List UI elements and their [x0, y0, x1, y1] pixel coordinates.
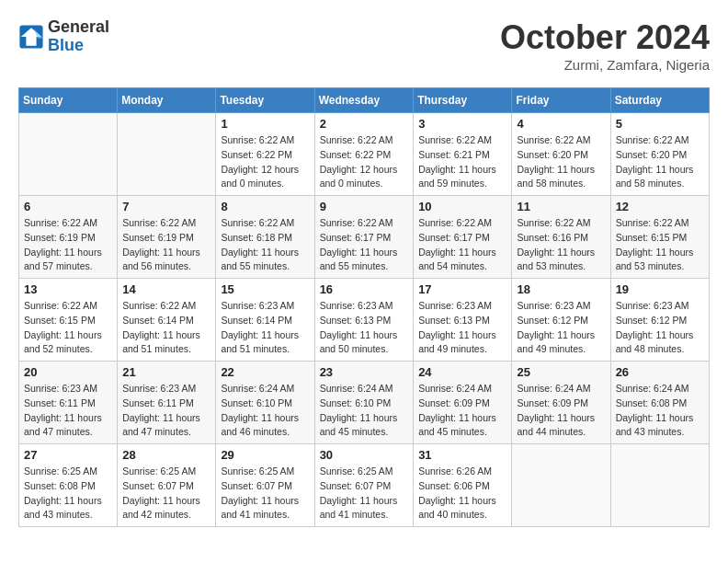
day-number: 17	[418, 282, 506, 296]
day-detail: Sunrise: 6:22 AM Sunset: 6:18 PM Dayligh…	[221, 216, 309, 274]
calendar-table: SundayMondayTuesdayWednesdayThursdayFrid…	[18, 87, 710, 527]
day-number: 2	[320, 117, 409, 131]
calendar-cell: 4Sunrise: 6:22 AM Sunset: 6:20 PM Daylig…	[512, 113, 610, 196]
calendar-header-friday: Friday	[512, 88, 610, 113]
calendar-cell: 1Sunrise: 6:22 AM Sunset: 6:22 PM Daylig…	[216, 113, 314, 196]
day-number: 29	[221, 448, 309, 462]
calendar-cell: 15Sunrise: 6:23 AM Sunset: 6:14 PM Dayli…	[216, 279, 314, 362]
day-detail: Sunrise: 6:23 AM Sunset: 6:11 PM Dayligh…	[122, 382, 210, 440]
day-number: 9	[320, 200, 409, 213]
day-detail: Sunrise: 6:23 AM Sunset: 6:12 PM Dayligh…	[517, 299, 605, 357]
day-number: 28	[122, 448, 210, 462]
calendar-cell: 25Sunrise: 6:24 AM Sunset: 6:09 PM Dayli…	[512, 362, 610, 444]
day-detail: Sunrise: 6:23 AM Sunset: 6:13 PM Dayligh…	[418, 299, 506, 357]
day-detail: Sunrise: 6:22 AM Sunset: 6:17 PM Dayligh…	[320, 216, 409, 274]
day-detail: Sunrise: 6:23 AM Sunset: 6:13 PM Dayligh…	[320, 299, 409, 357]
calendar-cell: 26Sunrise: 6:24 AM Sunset: 6:08 PM Dayli…	[610, 362, 709, 444]
day-detail: Sunrise: 6:25 AM Sunset: 6:08 PM Dayligh…	[24, 465, 112, 523]
day-number: 27	[24, 448, 112, 462]
calendar-cell: 28Sunrise: 6:25 AM Sunset: 6:07 PM Dayli…	[118, 444, 216, 527]
calendar-cell	[19, 113, 118, 196]
day-number: 22	[221, 365, 309, 379]
calendar-cell: 19Sunrise: 6:23 AM Sunset: 6:12 PM Dayli…	[610, 279, 709, 362]
calendar-cell: 27Sunrise: 6:25 AM Sunset: 6:08 PM Dayli…	[19, 444, 118, 527]
calendar-cell: 5Sunrise: 6:22 AM Sunset: 6:20 PM Daylig…	[610, 113, 709, 196]
day-number: 21	[122, 365, 210, 379]
day-number: 14	[122, 282, 210, 296]
day-number: 3	[418, 117, 506, 131]
day-detail: Sunrise: 6:25 AM Sunset: 6:07 PM Dayligh…	[320, 465, 409, 523]
day-detail: Sunrise: 6:24 AM Sunset: 6:10 PM Dayligh…	[221, 382, 309, 440]
day-detail: Sunrise: 6:22 AM Sunset: 6:21 PM Dayligh…	[418, 133, 506, 191]
calendar-cell: 30Sunrise: 6:25 AM Sunset: 6:07 PM Dayli…	[314, 444, 414, 527]
day-number: 23	[320, 365, 409, 379]
day-detail: Sunrise: 6:24 AM Sunset: 6:09 PM Dayligh…	[418, 382, 506, 440]
day-detail: Sunrise: 6:22 AM Sunset: 6:16 PM Dayligh…	[517, 216, 605, 274]
day-number: 6	[24, 200, 112, 213]
calendar-cell	[512, 444, 610, 527]
logo: General Blue	[18, 18, 109, 55]
title-block: October 2024 Zurmi, Zamfara, Nigeria	[500, 18, 710, 73]
page-header: General Blue October 2024 Zurmi, Zamfara…	[18, 18, 710, 73]
calendar-cell: 2Sunrise: 6:22 AM Sunset: 6:22 PM Daylig…	[314, 113, 414, 196]
calendar-header-saturday: Saturday	[610, 88, 709, 113]
day-number: 26	[616, 365, 704, 379]
page-subtitle: Zurmi, Zamfara, Nigeria	[500, 57, 710, 73]
calendar-cell: 13Sunrise: 6:22 AM Sunset: 6:15 PM Dayli…	[19, 279, 118, 362]
calendar-cell: 29Sunrise: 6:25 AM Sunset: 6:07 PM Dayli…	[216, 444, 314, 527]
day-detail: Sunrise: 6:22 AM Sunset: 6:15 PM Dayligh…	[616, 216, 704, 274]
day-number: 12	[616, 200, 704, 213]
calendar-cell: 21Sunrise: 6:23 AM Sunset: 6:11 PM Dayli…	[118, 362, 216, 444]
day-detail: Sunrise: 6:26 AM Sunset: 6:06 PM Dayligh…	[418, 465, 506, 523]
calendar-week-3: 13Sunrise: 6:22 AM Sunset: 6:15 PM Dayli…	[19, 279, 710, 362]
day-number: 31	[418, 448, 506, 462]
calendar-header-tuesday: Tuesday	[216, 88, 314, 113]
calendar-week-1: 1Sunrise: 6:22 AM Sunset: 6:22 PM Daylig…	[19, 113, 710, 196]
day-number: 20	[24, 365, 112, 379]
calendar-cell: 23Sunrise: 6:24 AM Sunset: 6:10 PM Dayli…	[314, 362, 414, 444]
day-detail: Sunrise: 6:25 AM Sunset: 6:07 PM Dayligh…	[122, 465, 210, 523]
day-detail: Sunrise: 6:25 AM Sunset: 6:07 PM Dayligh…	[221, 465, 309, 523]
day-number: 18	[517, 282, 605, 296]
day-detail: Sunrise: 6:24 AM Sunset: 6:09 PM Dayligh…	[517, 382, 605, 440]
day-number: 8	[221, 200, 309, 213]
day-detail: Sunrise: 6:22 AM Sunset: 6:15 PM Dayligh…	[24, 299, 112, 357]
day-detail: Sunrise: 6:22 AM Sunset: 6:20 PM Dayligh…	[616, 133, 704, 191]
calendar-header-row: SundayMondayTuesdayWednesdayThursdayFrid…	[19, 88, 710, 113]
calendar-cell: 17Sunrise: 6:23 AM Sunset: 6:13 PM Dayli…	[414, 279, 512, 362]
calendar-cell: 22Sunrise: 6:24 AM Sunset: 6:10 PM Dayli…	[216, 362, 314, 444]
calendar-header-sunday: Sunday	[19, 88, 118, 113]
day-detail: Sunrise: 6:22 AM Sunset: 6:17 PM Dayligh…	[418, 216, 506, 274]
day-number: 30	[320, 448, 409, 462]
calendar-cell: 16Sunrise: 6:23 AM Sunset: 6:13 PM Dayli…	[314, 279, 414, 362]
calendar-cell: 8Sunrise: 6:22 AM Sunset: 6:18 PM Daylig…	[216, 196, 314, 279]
calendar-cell: 18Sunrise: 6:23 AM Sunset: 6:12 PM Dayli…	[512, 279, 610, 362]
day-number: 5	[616, 117, 704, 131]
day-number: 25	[517, 365, 605, 379]
day-detail: Sunrise: 6:22 AM Sunset: 6:20 PM Dayligh…	[517, 133, 605, 191]
calendar-cell	[118, 113, 216, 196]
day-detail: Sunrise: 6:24 AM Sunset: 6:10 PM Dayligh…	[320, 382, 409, 440]
calendar-header-thursday: Thursday	[414, 88, 512, 113]
calendar-week-5: 27Sunrise: 6:25 AM Sunset: 6:08 PM Dayli…	[19, 444, 710, 527]
calendar-week-4: 20Sunrise: 6:23 AM Sunset: 6:11 PM Dayli…	[19, 362, 710, 444]
day-detail: Sunrise: 6:22 AM Sunset: 6:22 PM Dayligh…	[320, 133, 409, 191]
day-number: 16	[320, 282, 409, 296]
day-number: 4	[517, 117, 605, 131]
day-number: 24	[418, 365, 506, 379]
calendar-cell: 14Sunrise: 6:22 AM Sunset: 6:14 PM Dayli…	[118, 279, 216, 362]
calendar-week-2: 6Sunrise: 6:22 AM Sunset: 6:19 PM Daylig…	[19, 196, 710, 279]
day-number: 13	[24, 282, 112, 296]
day-detail: Sunrise: 6:22 AM Sunset: 6:19 PM Dayligh…	[24, 216, 112, 274]
day-number: 10	[418, 200, 506, 213]
calendar-cell: 11Sunrise: 6:22 AM Sunset: 6:16 PM Dayli…	[512, 196, 610, 279]
day-detail: Sunrise: 6:24 AM Sunset: 6:08 PM Dayligh…	[616, 382, 704, 440]
calendar-cell: 9Sunrise: 6:22 AM Sunset: 6:17 PM Daylig…	[314, 196, 414, 279]
page-title: October 2024	[500, 18, 710, 57]
logo-text: General Blue	[48, 18, 109, 55]
calendar-cell: 6Sunrise: 6:22 AM Sunset: 6:19 PM Daylig…	[19, 196, 118, 279]
day-number: 11	[517, 200, 605, 213]
day-detail: Sunrise: 6:22 AM Sunset: 6:22 PM Dayligh…	[221, 133, 309, 191]
day-number: 15	[221, 282, 309, 296]
day-number: 19	[616, 282, 704, 296]
